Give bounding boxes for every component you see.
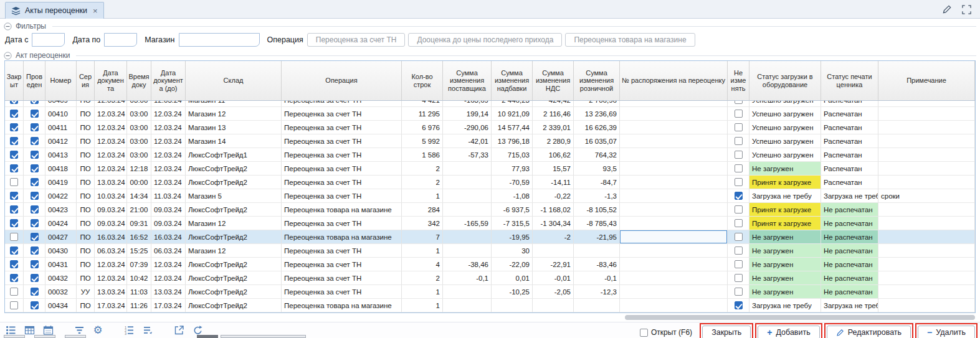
cell-sum_vat[interactable]: 106,62 bbox=[533, 148, 574, 162]
date-to-input[interactable] bbox=[104, 33, 137, 47]
cell-sum_supplier[interactable] bbox=[443, 203, 492, 217]
column-header[interactable]: Серия bbox=[77, 61, 95, 100]
checkbox-icon[interactable] bbox=[735, 219, 743, 227]
cell-order_no[interactable] bbox=[620, 176, 728, 189]
cell-load_status[interactable]: Принят к загрузке bbox=[749, 203, 821, 217]
table-row[interactable]: 00423ПО09.03.2421:0009.03.24ЛюксСофтТрей… bbox=[5, 203, 975, 217]
cell-series[interactable]: ПО bbox=[77, 271, 95, 285]
column-header[interactable]: Дата документа bbox=[95, 61, 127, 100]
cell-sum_supplier[interactable] bbox=[443, 189, 492, 203]
cell-sum_retail[interactable]: -12,3 bbox=[574, 285, 620, 299]
cell-note[interactable] bbox=[878, 217, 975, 230]
cell-print_status[interactable]: Не распечатан bbox=[821, 230, 878, 244]
cell-warehouse[interactable]: ЛюксСофтТрейд2 bbox=[186, 299, 282, 312]
cell-note[interactable] bbox=[878, 203, 975, 217]
cell-series[interactable]: ПО bbox=[77, 162, 95, 176]
cell-number[interactable]: 00410 bbox=[45, 107, 77, 121]
cell-sum_supplier[interactable]: -0,1 bbox=[443, 271, 492, 285]
cell-no_change[interactable] bbox=[728, 244, 749, 258]
delete-button[interactable]: Удалить bbox=[918, 326, 975, 338]
cell-warehouse[interactable]: ЛюксСофтТрейд2 bbox=[186, 203, 282, 217]
checkbox-icon[interactable] bbox=[31, 205, 39, 214]
cell-no_change[interactable] bbox=[728, 230, 749, 244]
cell-series[interactable]: ПО bbox=[77, 203, 95, 217]
cell-approved[interactable] bbox=[24, 217, 45, 230]
cell-no_change[interactable] bbox=[728, 101, 749, 107]
cell-sum_vat[interactable]: -2 bbox=[533, 230, 574, 244]
checkbox-icon[interactable] bbox=[31, 219, 39, 227]
cell-series[interactable]: ПО bbox=[77, 244, 95, 258]
checkbox-icon[interactable] bbox=[10, 192, 18, 200]
cell-sum_retail[interactable]: -1,3 bbox=[574, 189, 620, 203]
cell-time[interactable]: 16:52 bbox=[127, 230, 151, 244]
cell-sum_markup[interactable]: 2 446,23 bbox=[492, 101, 533, 107]
cell-sum_supplier[interactable] bbox=[443, 244, 492, 258]
cell-sum_vat[interactable]: -14,11 bbox=[533, 176, 574, 189]
table-row[interactable]: 00409ПО12.03.2403:0012.03.24Магазин 11Пе… bbox=[5, 101, 975, 107]
cell-series[interactable]: ПО bbox=[77, 299, 95, 312]
cell-note[interactable] bbox=[878, 101, 975, 107]
cell-load_status[interactable]: Успешно загружен bbox=[749, 107, 821, 121]
cell-time[interactable]: 03:00 bbox=[127, 101, 151, 107]
cell-approved[interactable] bbox=[24, 258, 45, 271]
cell-number[interactable]: 00424 bbox=[45, 217, 77, 230]
table-row[interactable]: 00432ПО12.03.2410:4212.03.24ЛюксСофтТрей… bbox=[5, 271, 975, 285]
table-row[interactable]: 00427ПО16.03.2416:5216.03.24ЛюксСофтТрей… bbox=[5, 230, 975, 244]
cell-series[interactable]: ПО bbox=[77, 101, 95, 107]
checkbox-icon[interactable] bbox=[31, 151, 39, 159]
checkbox-icon[interactable] bbox=[31, 101, 39, 104]
cell-series[interactable]: ПО bbox=[77, 217, 95, 230]
checkbox-icon[interactable] bbox=[735, 260, 743, 268]
cell-sum_retail[interactable]: 93,5 bbox=[574, 162, 620, 176]
cell-approved[interactable] bbox=[24, 271, 45, 285]
cell-order_no[interactable] bbox=[620, 189, 728, 203]
cell-sum_markup[interactable]: -6 937,5 bbox=[492, 203, 533, 217]
add-button[interactable]: Добавить bbox=[758, 326, 819, 338]
cell-time[interactable]: 10:42 bbox=[127, 271, 151, 285]
cell-number[interactable]: 00413 bbox=[45, 148, 77, 162]
cell-warehouse[interactable]: ЛюксСофтТрейд2 bbox=[186, 258, 282, 271]
column-header[interactable]: Статус печати ценника bbox=[821, 61, 878, 100]
cell-load_status[interactable]: Не загружен bbox=[749, 258, 821, 271]
cell-series[interactable]: ПО bbox=[77, 107, 95, 121]
cell-no_change[interactable] bbox=[728, 176, 749, 189]
cell-date[interactable]: 06.03.24 bbox=[95, 244, 127, 258]
checkbox-icon[interactable] bbox=[10, 301, 18, 309]
checkbox-icon[interactable] bbox=[735, 123, 743, 131]
table-row[interactable]: 00430ПО06.03.2415:2506.03.24Магазин 12Пе… bbox=[5, 244, 975, 258]
cell-number[interactable]: 00418 bbox=[45, 162, 77, 176]
checkbox-icon[interactable] bbox=[735, 288, 743, 296]
cell-load_status[interactable]: Не загружен bbox=[749, 271, 821, 285]
cell-rows_count[interactable]: 2 bbox=[402, 271, 443, 285]
table-row[interactable]: 00032УУ13.03.2411:0313.03.24ЛюксСофтТрей… bbox=[5, 285, 975, 299]
cell-sum_retail[interactable]: 16 626,39 bbox=[574, 121, 620, 134]
checkbox-icon[interactable] bbox=[31, 164, 39, 172]
cell-order_no[interactable] bbox=[620, 285, 728, 299]
checkbox-icon[interactable] bbox=[10, 101, 18, 104]
checkbox-icon[interactable] bbox=[735, 205, 743, 214]
cell-date[interactable]: 12.03.24 bbox=[95, 134, 127, 148]
cell-note[interactable] bbox=[878, 148, 975, 162]
operation-filter-pereotsenka-tn[interactable]: Переоценка за счет ТН bbox=[307, 33, 406, 47]
cell-sum_supplier[interactable]: -290,06 bbox=[443, 121, 492, 134]
cell-sum_retail[interactable]: -84,7 bbox=[574, 176, 620, 189]
cell-no_change[interactable] bbox=[728, 189, 749, 203]
checkbox-icon[interactable] bbox=[735, 192, 743, 200]
cell-time[interactable]: 14:34 bbox=[127, 189, 151, 203]
cell-date_to[interactable]: 16.03.24 bbox=[151, 230, 186, 244]
cell-warehouse[interactable]: Магазин 5 bbox=[186, 189, 282, 203]
cell-date[interactable]: 12.03.24 bbox=[95, 101, 127, 107]
checkbox-icon[interactable] bbox=[735, 246, 743, 255]
column-header[interactable]: Время доку bbox=[127, 61, 151, 100]
cell-date[interactable]: 12.03.24 bbox=[95, 148, 127, 162]
cell-print_status[interactable]: Распечатан bbox=[821, 107, 878, 121]
cell-closed[interactable] bbox=[5, 176, 24, 189]
cell-closed[interactable] bbox=[5, 271, 24, 285]
column-header[interactable]: № распоряжения на переоценку bbox=[620, 61, 728, 100]
table-row[interactable]: 00413ПО12.03.2403:0012.03.24ЛюксСофтТрей… bbox=[5, 148, 975, 162]
cell-date_to[interactable]: 12.03.24 bbox=[151, 134, 186, 148]
cell-rows_count[interactable]: 342 bbox=[402, 217, 443, 230]
cell-closed[interactable] bbox=[5, 244, 24, 258]
cell-warehouse[interactable]: Магазин 13 bbox=[186, 121, 282, 134]
column-chooser-icon[interactable] bbox=[142, 324, 153, 336]
